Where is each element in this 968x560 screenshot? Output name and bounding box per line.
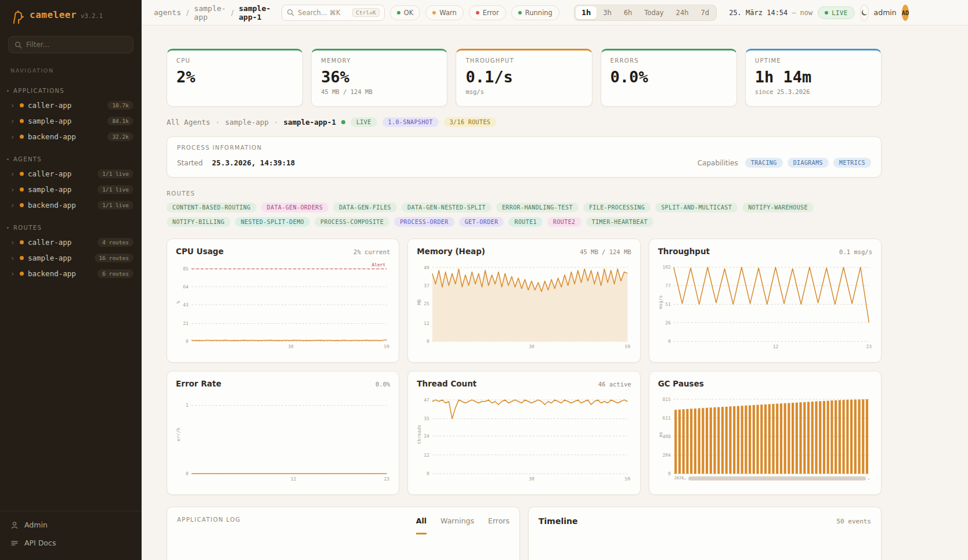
date-range-display[interactable]: 25. März 14:54 — now — [729, 9, 812, 17]
tab-all[interactable]: All — [416, 516, 427, 534]
chart-title: Throughput — [658, 247, 710, 256]
breadcrumb-sample-app[interactable]: sample-app — [194, 4, 226, 21]
svg-text:51: 51 — [665, 302, 671, 307]
user-icon — [10, 521, 19, 529]
svg-text:815: 815 — [662, 397, 671, 402]
agent-crumb-app[interactable]: sample-app — [225, 118, 269, 127]
topbar: agents / sample-app / sample-app-1 Ctrl+… — [142, 0, 968, 26]
sidebar-item-label: backend-app — [28, 132, 76, 141]
app-version: v3.2.1 — [81, 12, 103, 19]
live-indicator[interactable]: LIVE — [818, 6, 854, 19]
sidebar-item-applications-caller-app[interactable]: ›caller-app10.7k — [0, 97, 142, 113]
filter-error[interactable]: Error — [469, 5, 506, 20]
timeline-panel: Timeline 50 events — [528, 507, 882, 560]
agent-crumb-separator: · — [274, 118, 279, 127]
sidebar-item-routes-caller-app[interactable]: ›caller-app4 routes — [0, 234, 142, 250]
sidebar-item-label: sample-app — [28, 254, 71, 262]
route-badge-nested-split-demo[interactable]: NESTED-SPLIT-DEMO — [235, 217, 310, 227]
sidebar-item-applications-sample-app[interactable]: ›sample-app84.1k — [0, 113, 142, 129]
sidebar-item-agents-sample-app[interactable]: ›sample-app1/1 live — [0, 182, 142, 197]
route-badge-timer-heartbeat[interactable]: TIMER-HEARTBEAT — [586, 217, 653, 227]
tab-errors[interactable]: Errors — [488, 516, 510, 534]
badge-routes-count: 3/16 ROUTES — [444, 117, 497, 127]
time-range-24h[interactable]: 24h — [670, 6, 695, 19]
route-badge-process-order[interactable]: PROCESS-ORDER — [394, 217, 454, 227]
sidebar-item-api-docs[interactable]: API Docs — [0, 534, 142, 552]
chart-current-value: 45 MB / 124 MB — [580, 248, 631, 255]
sidebar-item-agents-caller-app[interactable]: ›caller-app1/1 live — [0, 166, 142, 182]
chart-card-memory-heap: Memory (Heap)45 MB / 124 MB 012253749305… — [407, 239, 640, 363]
route-badge-process-composite[interactable]: PROCESS-COMPOSITE — [315, 217, 389, 227]
filter-warn[interactable]: Warn — [425, 5, 464, 20]
horizontal-scrollbar[interactable] — [688, 476, 866, 480]
route-badge-data-gen-files[interactable]: DATA-GEN-FILES — [333, 203, 397, 212]
svg-text:59: 59 — [625, 344, 631, 349]
svg-text:24: 24 — [424, 433, 430, 439]
search-icon — [15, 41, 22, 49]
datetime-label: 25. März 14:54 — [729, 9, 788, 17]
avatar[interactable]: AD — [902, 5, 909, 21]
section-title-label: AGENTS — [13, 156, 42, 162]
stat-card-uptime: UPTIME 1h 14m since 25.3.2026 — [745, 49, 882, 107]
time-range-6h[interactable]: 6h — [618, 6, 638, 19]
route-badge-data-gen-nested-split[interactable]: DATA-GEN-NESTED-SPLIT — [402, 203, 492, 212]
svg-text:0: 0 — [186, 339, 189, 344]
search-input[interactable] — [298, 9, 349, 17]
time-range-today[interactable]: Today — [638, 6, 669, 19]
svg-text:0: 0 — [427, 471, 429, 476]
route-badge-route2[interactable]: ROUTE2 — [547, 217, 581, 227]
svg-text:30: 30 — [529, 344, 535, 349]
sidebar-item-agents-backend-app[interactable]: ›backend-app1/1 live — [0, 197, 142, 213]
time-range-3h[interactable]: 3h — [597, 6, 617, 19]
sidebar-item-routes-sample-app[interactable]: ›sample-app16 routes — [0, 250, 142, 266]
charts-grid: CPU Usage2% current 0214364853059%Alert … — [167, 239, 882, 495]
sidebar-item-admin[interactable]: Admin — [0, 516, 142, 534]
app-status-dot — [20, 119, 24, 123]
cpu-usage-chart: 0214364853059%Alert — [176, 258, 390, 351]
stats-row: CPU 2% MEMORY 36% 45 MB / 124 MB THROUGH… — [167, 49, 882, 107]
section-title-label: ROUTES — [13, 225, 42, 231]
route-badge-get-order[interactable]: GET-ORDER — [459, 217, 504, 227]
sidebar-item-routes-backend-app[interactable]: ›backend-app6 routes — [0, 266, 142, 281]
sidebar-item-label: caller-app — [28, 169, 71, 178]
breadcrumb-agents[interactable]: agents — [154, 8, 181, 17]
capability-metrics: METRICS — [833, 158, 871, 168]
time-range-1h[interactable]: 1h — [576, 6, 597, 19]
chevron-right-icon: › — [10, 102, 16, 109]
sidebar-item-badge: 6 routes — [97, 269, 133, 278]
agent-crumb-all[interactable]: All Agents — [167, 118, 210, 127]
route-badge-notify-warehouse[interactable]: NOTIFY-WAREHOUSE — [742, 203, 814, 212]
section-bullet-icon — [7, 90, 9, 92]
chart-card-throughput: Throughput0.1 msg/s 02651771021223msg/s — [649, 239, 882, 363]
camel-logo-icon — [10, 9, 26, 24]
gc-axis-note-right: … — [868, 476, 870, 480]
svg-text:msg/s: msg/s — [658, 295, 663, 309]
stat-sub: msg/s — [465, 88, 582, 95]
filter-label: OK — [404, 9, 414, 17]
route-badge-error-handling-test[interactable]: ERROR-HANDLING-TEST — [496, 203, 579, 212]
route-badge-route1[interactable]: ROUTE1 — [508, 217, 543, 227]
svg-text:MB: MB — [417, 299, 422, 305]
sidebar-filter-input[interactable] — [26, 41, 127, 49]
route-badge-file-processing[interactable]: FILE-PROCESSING — [583, 203, 651, 212]
route-badge-content-based-routing[interactable]: CONTENT-BASED-ROUTING — [167, 203, 257, 212]
filter-running[interactable]: Running — [511, 5, 559, 20]
tab-warnings[interactable]: Warnings — [440, 516, 474, 534]
dark-mode-toggle[interactable] — [860, 5, 869, 21]
chart-current-value: 46 active — [598, 381, 631, 388]
svg-text:59: 59 — [384, 344, 390, 349]
svg-text:12: 12 — [291, 476, 297, 482]
thread-count-chart: 0122435473059threads — [417, 391, 631, 483]
main-area: agents / sample-app / sample-app-1 Ctrl+… — [142, 0, 968, 560]
global-search: Ctrl+K — [281, 5, 384, 21]
filter-ok[interactable]: OK — [390, 5, 421, 20]
route-badge-data-gen-orders[interactable]: DATA-GEN-ORDERS — [261, 203, 328, 212]
route-badge-split-and-multicast[interactable]: SPLIT-AND-MULTICAST — [655, 203, 738, 212]
chart-title: Memory (Heap) — [417, 247, 485, 256]
time-range-7d[interactable]: 7d — [695, 6, 716, 19]
application-log-title: APPLICATION LOG — [177, 516, 241, 523]
sidebar-item-applications-backend-app[interactable]: ›backend-app32.2k — [0, 129, 142, 144]
route-badge-notify-billing[interactable]: NOTIFY-BILLING — [167, 217, 230, 227]
section-bullet-icon — [7, 158, 9, 160]
agent-breadcrumb-bar: All Agents · sample-app · sample-app-1 L… — [167, 117, 882, 127]
